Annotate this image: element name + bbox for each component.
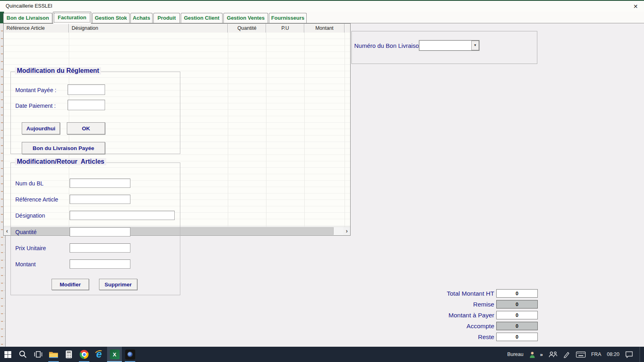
tab-bon-de-livraison[interactable]: Bon de Livraison — [3, 13, 52, 23]
supprimer-button[interactable]: Supprimer — [99, 279, 137, 290]
total-row: Accompte — [382, 322, 539, 330]
tray-overflow-chevron[interactable]: » — [540, 352, 543, 358]
taskbar: e X Bureau » — [0, 347, 644, 362]
tab-label: Gestion Stok — [95, 15, 127, 21]
excel-row-marks — [1, 26, 3, 349]
reglement-groupbox: Modification du Réglement Montant Payée … — [10, 72, 180, 154]
total-montant-ht-label: Total Montant HT — [382, 289, 494, 298]
tab-label: Gestion Ventes — [227, 15, 265, 21]
tab-gestion-stok[interactable]: Gestion Stok — [92, 13, 130, 23]
tab-gestion-ventes[interactable]: Gestion Ventes — [223, 13, 268, 23]
media-app-lens — [127, 352, 133, 357]
total-row: Total Montant HT — [382, 289, 539, 298]
task-view-button[interactable] — [31, 347, 46, 362]
accompte-field — [496, 322, 538, 330]
date-paiement-field[interactable] — [68, 100, 105, 110]
clock[interactable]: 08:20 — [607, 347, 619, 362]
reste-label: Reste — [382, 333, 494, 341]
invoice-table-header: Référence Article Désignation Quantité P… — [4, 24, 350, 33]
windows-logo-icon — [4, 351, 11, 358]
prix-unitaire-field[interactable] — [70, 243, 130, 253]
chevron-down-icon: ▼ — [474, 43, 477, 47]
window-title: Quincaillerie ESSLEI — [6, 1, 52, 12]
excel-letter: X — [113, 352, 116, 358]
language-indicator[interactable]: FRA — [591, 347, 601, 362]
taskbar-app-icons: e X — [0, 347, 138, 362]
total-row: Reste — [382, 333, 539, 341]
show-desktop-button[interactable] — [640, 347, 640, 362]
excel-button[interactable]: X — [107, 347, 122, 362]
people-icon[interactable] — [549, 351, 557, 358]
column-header-reference[interactable]: Référence Article — [4, 24, 69, 33]
tab-fournisseurs[interactable]: Fournisseurs — [269, 13, 307, 23]
media-app-icon — [125, 350, 135, 360]
designation-field[interactable] — [70, 211, 175, 220]
prix-unitaire-label: Prix Unitaire — [15, 245, 46, 251]
bl-number-combobox[interactable]: ▼ — [419, 40, 479, 51]
desktop-toolbar[interactable]: Bureau — [507, 347, 523, 362]
combobox-dropdown-button[interactable]: ▼ — [471, 41, 479, 50]
total-row: Remise — [382, 300, 539, 309]
ok-button[interactable]: OK — [67, 122, 105, 134]
pen-icon[interactable] — [563, 351, 570, 358]
quantite-field[interactable] — [70, 227, 130, 237]
combobox-value[interactable] — [420, 41, 471, 50]
num-du-bl-label: Num du BL — [15, 180, 43, 187]
task-view-icon — [34, 351, 43, 358]
retour-articles-groupbox: Modification/Retour Articles Num du BL R… — [10, 162, 180, 295]
user-avatar-icon[interactable] — [529, 351, 536, 358]
scroll-left-icon: ‹ — [6, 227, 8, 234]
remise-field — [496, 300, 538, 309]
scroll-left-button[interactable]: ‹ — [4, 227, 10, 235]
tab-label: Fournisseurs — [271, 15, 304, 21]
aujourdhui-button[interactable]: Aujourdhui — [22, 122, 60, 134]
notification-center-icon[interactable] — [625, 351, 633, 358]
tab-strip: Bon de Livraison Facturation Gestion Sto… — [0, 12, 644, 23]
montant-payee-field[interactable] — [68, 84, 105, 95]
reste-field[interactable] — [496, 333, 538, 341]
modifier-button[interactable]: Modifier — [52, 279, 89, 290]
tab-label: Achats — [133, 15, 150, 21]
ie-ring — [94, 349, 105, 358]
column-header-montant[interactable]: Montant — [304, 24, 345, 33]
designation-label: Désignation — [15, 212, 45, 219]
retour-articles-title: Modification/Retour Articles — [15, 158, 106, 165]
internet-explorer-button[interactable]: e — [92, 347, 107, 362]
scroll-right-button[interactable]: › — [343, 227, 350, 235]
chrome-icon-core — [83, 353, 86, 356]
tab-label: Produit — [157, 15, 176, 21]
close-button[interactable]: ✕ — [630, 1, 642, 12]
calculator-button[interactable] — [61, 347, 76, 362]
file-explorer-button[interactable] — [46, 347, 61, 362]
montant-a-payer-field[interactable] — [496, 311, 538, 319]
start-button[interactable] — [0, 347, 15, 362]
num-du-bl-field[interactable] — [70, 179, 130, 188]
search-icon — [19, 350, 27, 358]
column-divider — [304, 33, 305, 226]
column-header-quantite[interactable]: Quantité — [228, 24, 266, 33]
search-button[interactable] — [15, 347, 31, 362]
column-divider — [345, 33, 345, 226]
bl-number-frame: Numéro du Bon Livraison : ▼ — [351, 31, 537, 64]
reference-article-field[interactable] — [70, 195, 130, 204]
quantite-label: Quantité — [15, 229, 37, 235]
media-app-button[interactable] — [122, 347, 138, 362]
tab-facturation[interactable]: Facturation — [53, 12, 91, 24]
chrome-icon — [80, 350, 89, 359]
tab-gestion-client[interactable]: Gestion Client — [181, 13, 223, 23]
touch-keyboard-icon[interactable] — [576, 352, 586, 358]
tab-produit[interactable]: Produit — [153, 13, 180, 23]
bon-livraison-payee-button[interactable]: Bon du Livraison Payée — [22, 142, 105, 154]
montant-field[interactable] — [70, 259, 130, 269]
total-montant-ht-field[interactable] — [496, 289, 538, 298]
excel-icon: X — [110, 350, 120, 359]
chrome-button[interactable] — [76, 347, 92, 362]
scroll-right-icon: › — [346, 227, 348, 234]
column-header-designation[interactable]: Désignation — [69, 24, 228, 33]
file-explorer-icon — [49, 351, 58, 358]
column-header-pu[interactable]: P.U — [266, 24, 304, 33]
reglement-title: Modification du Réglement — [15, 67, 101, 74]
internet-explorer-icon: e — [94, 349, 105, 360]
tab-achats[interactable]: Achats — [130, 13, 153, 23]
montant-a-payer-label: Montant à Payer — [382, 311, 494, 319]
